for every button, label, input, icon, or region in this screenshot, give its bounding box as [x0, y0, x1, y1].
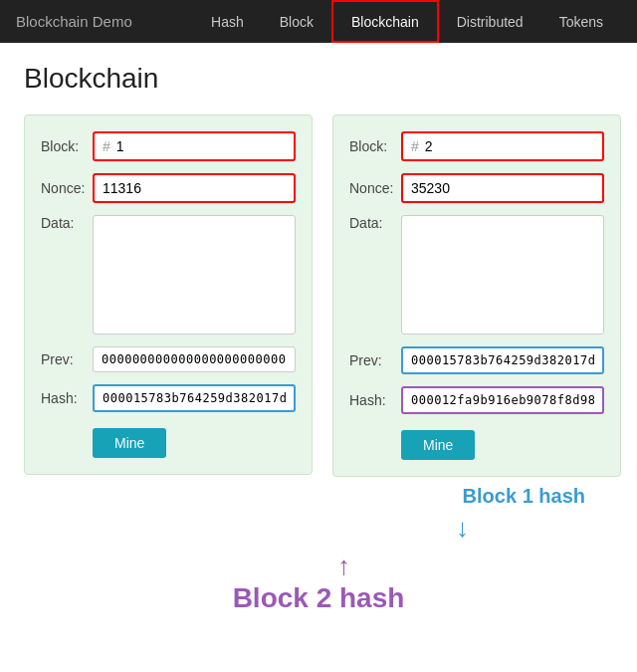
block2-hash-label: Hash: [349, 392, 401, 408]
block1-prev-row: Prev: [41, 346, 296, 372]
nav-hash[interactable]: Hash [193, 0, 262, 43]
block1-prev-input[interactable] [93, 346, 296, 372]
block1-data-label: Data: [41, 215, 93, 231]
block1-block-label: Block: [41, 138, 93, 154]
arrow-up-purple-icon: ↑ [337, 553, 350, 578]
navbar: Blockchain Demo Hash Block Blockchain Di… [0, 0, 637, 43]
block2-nonce-label: Nonce: [349, 180, 401, 196]
block2-prev-row: Prev: [349, 346, 604, 374]
page-content: Blockchain Block: # 1 Nonce: Data: [0, 43, 637, 634]
block1-data-input[interactable] [93, 215, 296, 335]
block1-mine-button[interactable]: Mine [93, 428, 166, 458]
block1-hash-row: Hash: [41, 384, 296, 412]
block1-block-input[interactable]: # 1 [93, 131, 296, 161]
block1-nonce-row: Nonce: [41, 173, 296, 203]
nav-links: Hash Block Blockchain Distributed Tokens [193, 0, 621, 43]
block2-hash-input[interactable] [401, 386, 604, 414]
block2-nonce-input[interactable] [401, 173, 604, 203]
block2-hash-label: Block 2 hash [233, 582, 405, 613]
block1-nonce-label: Nonce: [41, 180, 93, 196]
block-1-card: Block: # 1 Nonce: Data: Prev: [24, 114, 313, 475]
block2-hash-row: Hash: [349, 386, 604, 414]
arrow-down-blue-icon: ↓ [456, 515, 469, 541]
nav-brand: Blockchain Demo [16, 13, 132, 30]
nav-blockchain[interactable]: Blockchain [331, 0, 439, 43]
block1-hash-symbol: # [103, 138, 110, 154]
page-title: Blockchain [24, 63, 613, 95]
block2-block-number: 2 [425, 138, 433, 154]
block1-nonce-input[interactable] [93, 173, 296, 203]
block2-data-area: Data: [349, 215, 604, 335]
block2-prev-input[interactable] [401, 346, 604, 374]
block2-block-input[interactable]: # 2 [401, 131, 604, 161]
block1-data-area: Data: [41, 215, 296, 335]
block-2-card: Block: # 2 Nonce: Data: Prev: [332, 114, 621, 477]
annotations-area: Block 1 hash ↓ ↑ Block 2 hash [24, 485, 613, 614]
nav-distributed[interactable]: Distributed [439, 0, 541, 43]
block1-block-number: 1 [116, 138, 124, 154]
block2-data-input[interactable] [401, 215, 604, 335]
block2-block-row: Block: # 2 [349, 131, 604, 161]
block1-block-row: Block: # 1 [41, 131, 296, 161]
block1-hash-label: Hash: [41, 390, 93, 406]
blocks-row: Block: # 1 Nonce: Data: Prev: [24, 114, 613, 477]
block1-hash-annotation: Block 1 hash [463, 485, 585, 508]
block2-data-label: Data: [349, 215, 401, 231]
nav-block[interactable]: Block [262, 0, 331, 43]
block2-hash-annotation: Block 2 hash [233, 582, 405, 614]
block1-hash-input[interactable] [93, 384, 296, 412]
block2-hash-symbol: # [411, 138, 419, 154]
block2-nonce-row: Nonce: [349, 173, 604, 203]
nav-tokens[interactable]: Tokens [541, 0, 621, 43]
block2-prev-label: Prev: [349, 352, 401, 368]
block1-prev-label: Prev: [41, 351, 93, 367]
block2-mine-button[interactable]: Mine [401, 430, 475, 460]
block2-block-label: Block: [349, 138, 401, 154]
block1-hash-label: Block 1 hash [463, 485, 585, 507]
